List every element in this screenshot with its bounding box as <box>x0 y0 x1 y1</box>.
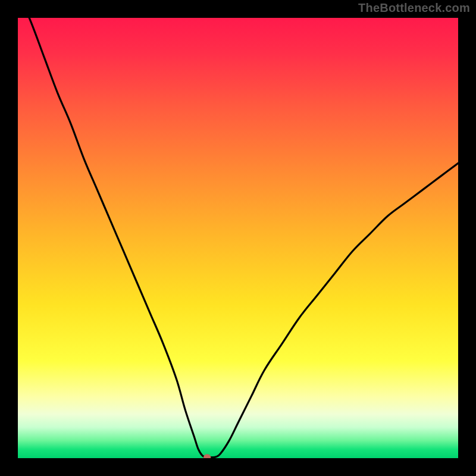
bottleneck-curve <box>18 18 458 458</box>
curve-svg <box>18 18 458 458</box>
plot-area <box>18 18 458 458</box>
chart-frame: TheBottleneck.com <box>0 0 476 476</box>
watermark-text: TheBottleneck.com <box>358 1 470 15</box>
minimum-marker <box>203 455 211 458</box>
